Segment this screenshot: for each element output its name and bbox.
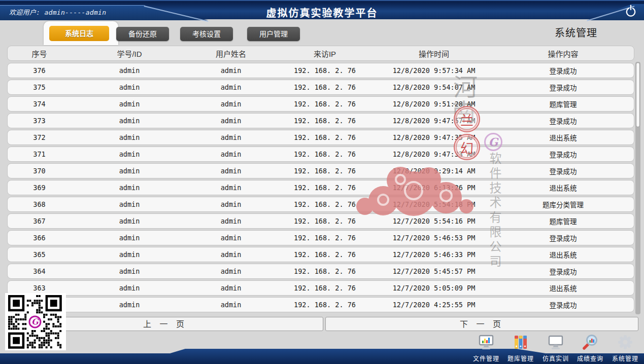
dock-label: 文件管理: [473, 354, 499, 362]
table-row: 375 admin admin 192. 168. 2. 76 12/8/202…: [7, 80, 634, 95]
cell-no: 367: [8, 217, 71, 225]
cell-time: 12/8/2020 9:57:34 AM: [376, 66, 492, 75]
dock-item-system-management[interactable]: 系统管理: [608, 334, 642, 362]
cell-no: 371: [8, 150, 71, 158]
cell-name: admin: [188, 66, 274, 75]
cell-id: admin: [71, 117, 188, 125]
cell-ip: 192. 168. 2. 76: [274, 150, 376, 158]
table-header-row: 序号 学号/ID 用户姓名 来访IP 操作时间 操作内容: [7, 46, 634, 61]
cell-time: 12/7/2020 5:46:33 PM: [376, 250, 492, 259]
cell-op: 退出系统: [492, 249, 634, 260]
cell-id: admin: [71, 133, 188, 141]
cell-time: 12/7/2020 5:45:57 PM: [376, 267, 492, 275]
table-row: 376 admin admin 192. 168. 2. 76 12/8/202…: [7, 63, 634, 78]
cell-no: 368: [8, 200, 71, 208]
chart-monitor-icon: [478, 334, 494, 350]
dock-item-file-management[interactable]: 文件管理: [469, 334, 503, 362]
cell-name: admin: [188, 150, 274, 158]
cell-name: admin: [188, 167, 274, 175]
cell-time: 12/7/2020 5:05:09 PM: [376, 284, 492, 292]
binders-icon: [513, 334, 529, 350]
cell-id: admin: [71, 200, 188, 208]
table-row: 371 admin admin 192. 168. 2. 76 12/8/202…: [7, 147, 634, 162]
cell-id: admin: [71, 150, 188, 158]
table-row: 373 admin admin 192. 168. 2. 76 12/8/202…: [7, 113, 634, 128]
cell-id: admin: [71, 250, 188, 259]
vertical-scrollbar[interactable]: [635, 62, 640, 314]
cell-op: 退出系统: [492, 132, 634, 142]
cell-time: 12/8/2020 9:47:33 AM: [376, 150, 492, 158]
cell-no: 365: [8, 250, 71, 259]
cell-no: 374: [8, 100, 71, 108]
tab-system-log[interactable]: 系统日志: [49, 26, 109, 41]
cell-name: admin: [188, 133, 274, 141]
cell-time: 12/7/2020 6:13:26 PM: [376, 184, 492, 192]
tab-assessment-settings[interactable]: 考核设置: [180, 27, 233, 41]
power-icon[interactable]: [625, 5, 637, 17]
cell-ip: 192. 168. 2. 76: [274, 117, 376, 125]
table-row: 374 admin admin 192. 168. 2. 76 12/8/202…: [7, 96, 634, 112]
cell-id: admin: [71, 100, 188, 108]
cell-ip: 192. 168. 2. 76: [274, 250, 376, 259]
cell-no: 370: [8, 167, 71, 175]
table-row: 366 admin admin 192. 168. 2. 76 12/7/202…: [7, 230, 634, 245]
tab-backup-restore[interactable]: 备份还原: [116, 27, 169, 41]
app-title: 虚拟仿真实验教学平台: [0, 5, 644, 20]
cell-time: 12/7/2020 5:54:16 PM: [376, 217, 492, 225]
tab-user-management[interactable]: 用户管理: [247, 27, 300, 41]
col-header-no: 序号: [8, 48, 71, 59]
cell-ip: 192. 168. 2. 76: [274, 200, 376, 208]
cell-name: admin: [188, 184, 274, 192]
cell-op: 退出系统: [492, 183, 634, 193]
cell-ip: 192. 168. 2. 76: [274, 184, 376, 192]
cell-time: 12/8/2020 9:47:35 AM: [376, 133, 492, 141]
dock-label: 系统管理: [612, 354, 638, 362]
cell-id: admin: [71, 66, 188, 75]
cell-time: 12/8/2020 9:29:14 AM: [376, 167, 492, 175]
dock-label: 题库管理: [507, 354, 534, 362]
cell-ip: 192. 168. 2. 76: [274, 83, 376, 91]
table-row: 369 admin admin 192. 168. 2. 76 12/7/202…: [7, 180, 634, 195]
cell-name: admin: [188, 83, 274, 91]
scrollbar-thumb[interactable]: [636, 62, 640, 127]
dock-label: 成绩查询: [577, 354, 603, 362]
cell-op: 登录成功: [492, 116, 634, 126]
cell-op: 题库分类管理: [492, 199, 634, 209]
cell-ip: 192. 168. 2. 76: [274, 234, 376, 242]
col-header-id: 学号/ID: [71, 48, 188, 59]
cell-no: 376: [8, 66, 71, 75]
dock-label: 仿真实训: [543, 354, 569, 362]
cell-time: 12/8/2020 9:54:07 AM: [376, 83, 492, 91]
table-body: 376 admin admin 192. 168. 2. 76 12/8/202…: [7, 63, 634, 312]
gear-icon: [617, 334, 633, 350]
table-row: 364 admin admin 192. 168. 2. 76 12/7/202…: [7, 264, 634, 279]
cell-no: 369: [8, 184, 71, 192]
cell-op: 题库管理: [492, 216, 634, 226]
cell-no: 364: [8, 267, 71, 275]
dock-item-simulation-training[interactable]: 仿真实训: [538, 334, 573, 362]
dock-item-question-bank[interactable]: 题库管理: [503, 334, 538, 362]
table-row: 370 admin admin 192. 168. 2. 76 12/8/202…: [7, 163, 634, 178]
monitor-icon: [548, 334, 564, 350]
cell-op: 登录成功: [492, 65, 634, 76]
table-row: 368 admin admin 192. 168. 2. 76 12/7/202…: [7, 197, 634, 212]
cell-op: 登录成功: [492, 82, 634, 92]
cell-ip: 192. 168. 2. 76: [274, 100, 376, 108]
col-header-op: 操作内容: [492, 48, 634, 59]
cell-ip: 192. 168. 2. 76: [274, 133, 376, 141]
next-page-button[interactable]: 下 一 页: [325, 317, 638, 331]
dock-item-score-query[interactable]: 成绩查询: [573, 334, 607, 362]
cell-name: admin: [188, 100, 274, 108]
cell-id: admin: [71, 83, 188, 91]
cell-no: 363: [8, 284, 71, 292]
cell-name: admin: [188, 301, 274, 309]
cell-time: 12/7/2020 5:54:18 PM: [376, 200, 492, 208]
col-header-time: 操作时间: [376, 48, 492, 59]
cell-no: 375: [8, 83, 71, 91]
cell-name: admin: [188, 234, 274, 242]
table-row: admin admin 192. 168. 2. 76 12/7/2020 4:…: [7, 297, 634, 312]
cell-op: 题库管理: [492, 99, 634, 109]
cell-ip: 192. 168. 2. 76: [274, 66, 376, 75]
cell-time: 12/7/2020 4:25:55 PM: [376, 301, 492, 309]
cell-name: admin: [188, 284, 274, 292]
